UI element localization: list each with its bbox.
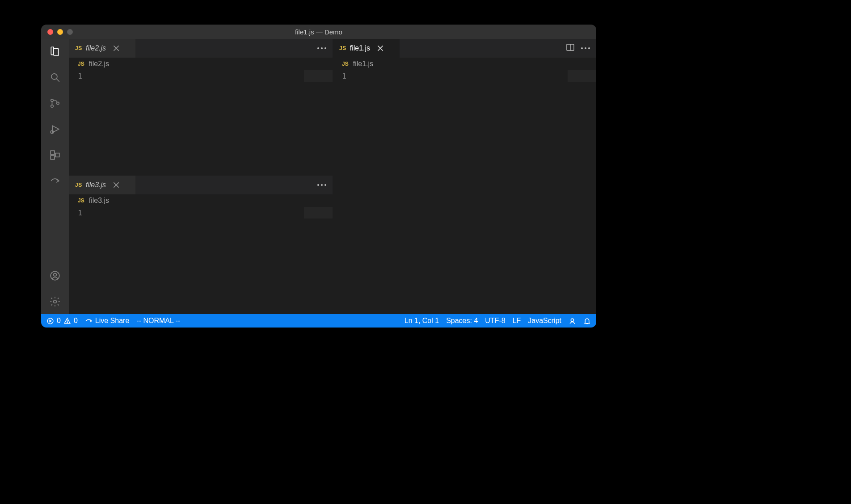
breadcrumb[interactable]: JS file3.js (69, 194, 333, 207)
code-editor[interactable]: 1 (333, 70, 596, 314)
status-feedback[interactable] (569, 317, 576, 325)
window-maximize-button[interactable] (67, 29, 73, 35)
workbench-body: JS file2.js JS file2.js (41, 39, 596, 314)
editor-group-top-left: JS file2.js JS file2.js (69, 39, 333, 175)
svg-point-12 (54, 300, 57, 303)
tab-file3[interactable]: JS file3.js (69, 176, 136, 194)
close-tab-icon[interactable] (112, 181, 120, 189)
tab-label: file3.js (86, 181, 106, 189)
svg-point-11 (54, 273, 57, 277)
editor-group-bottom-left: JS file3.js JS file3.js (69, 175, 333, 314)
line-number-gutter: 1 (69, 70, 90, 175)
run-debug-icon[interactable] (49, 123, 61, 135)
more-actions-icon[interactable] (317, 184, 326, 186)
status-vim-mode[interactable]: -- NORMAL -- (136, 317, 180, 325)
bell-icon (583, 317, 591, 325)
settings-gear-icon[interactable] (49, 295, 61, 308)
encoding-label: UTF-8 (485, 317, 505, 325)
vim-mode-label: -- NORMAL -- (136, 317, 180, 325)
breadcrumb-label: file1.js (353, 60, 373, 68)
tabs-row: JS file1.js (333, 39, 596, 58)
js-file-icon: JS (75, 45, 82, 51)
language-label: JavaScript (528, 317, 561, 325)
feedback-icon (569, 317, 576, 325)
cursor-position-label: Ln 1, Col 1 (404, 317, 439, 325)
live-share-icon (85, 317, 93, 325)
tabs-row: JS file3.js (69, 176, 333, 194)
error-count: 0 (57, 317, 61, 325)
line-number-gutter: 1 (333, 70, 354, 314)
editor-column-left: JS file2.js JS file2.js (69, 39, 333, 314)
editor-area: JS file2.js JS file2.js (69, 39, 596, 314)
split-editor-icon[interactable] (566, 43, 575, 54)
more-actions-icon[interactable] (581, 47, 590, 49)
search-icon[interactable] (49, 71, 61, 84)
source-control-icon[interactable] (49, 97, 61, 109)
js-file-icon: JS (78, 61, 84, 67)
tab-label: file1.js (350, 44, 370, 52)
code-editor[interactable]: 1 (69, 207, 333, 314)
close-tab-icon[interactable] (112, 44, 120, 52)
line-number-gutter: 1 (69, 207, 90, 314)
js-file-icon: JS (75, 182, 82, 188)
window-close-button[interactable] (47, 29, 53, 35)
line-number: 1 (333, 72, 346, 80)
status-eol[interactable]: LF (513, 317, 521, 325)
tabs-row: JS file2.js (69, 39, 333, 58)
svg-point-26 (571, 319, 573, 321)
tab-actions (560, 39, 596, 58)
editor-group-right: JS file1.js (333, 39, 596, 314)
explorer-icon[interactable] (49, 45, 61, 58)
svg-point-3 (51, 105, 53, 107)
svg-point-4 (57, 102, 59, 104)
status-cursor-position[interactable]: Ln 1, Col 1 (404, 317, 439, 325)
activity-bar (41, 39, 69, 314)
status-encoding[interactable]: UTF-8 (485, 317, 505, 325)
extensions-icon[interactable] (49, 149, 61, 161)
live-share-label: Live Share (95, 317, 130, 325)
svg-rect-8 (51, 155, 55, 160)
svg-point-25 (67, 322, 67, 323)
svg-rect-7 (51, 151, 55, 155)
code-editor[interactable]: 1 (69, 70, 333, 175)
tab-file2[interactable]: JS file2.js (69, 39, 136, 58)
minimap[interactable] (304, 70, 333, 82)
tab-label: file2.js (86, 44, 106, 52)
close-tab-icon[interactable] (376, 44, 384, 52)
svg-line-1 (56, 79, 59, 82)
svg-rect-9 (55, 153, 59, 157)
breadcrumb[interactable]: JS file1.js (333, 58, 596, 70)
status-bar: 0 0 Live Share -- NORMAL -- Ln 1, Col 1 … (41, 314, 596, 328)
eol-label: LF (513, 317, 521, 325)
tab-file1[interactable]: JS file1.js (333, 39, 400, 58)
status-indentation[interactable]: Spaces: 4 (446, 317, 478, 325)
line-number: 1 (69, 209, 82, 217)
line-number: 1 (69, 72, 82, 80)
breadcrumb[interactable]: JS file2.js (69, 58, 333, 70)
tab-actions (311, 39, 333, 58)
warning-count: 0 (74, 317, 78, 325)
breadcrumb-label: file3.js (89, 197, 109, 205)
live-share-icon[interactable] (49, 175, 61, 187)
window-minimize-button[interactable] (57, 29, 63, 35)
status-notifications[interactable] (583, 317, 591, 325)
app-window: file1.js — Demo (41, 25, 596, 328)
more-actions-icon[interactable] (317, 47, 326, 49)
minimap[interactable] (568, 70, 596, 82)
editor-column-right: JS file1.js (333, 39, 596, 314)
svg-point-2 (51, 99, 53, 101)
js-file-icon: JS (78, 197, 84, 204)
tab-actions (311, 176, 333, 194)
status-problems[interactable]: 0 0 (46, 317, 78, 325)
warning-icon (63, 317, 71, 325)
js-file-icon: JS (339, 45, 346, 51)
svg-point-0 (51, 74, 57, 80)
indentation-label: Spaces: 4 (446, 317, 478, 325)
titlebar: file1.js — Demo (41, 25, 596, 39)
minimap[interactable] (304, 207, 333, 218)
status-language[interactable]: JavaScript (528, 317, 561, 325)
status-live-share[interactable]: Live Share (85, 317, 130, 325)
window-title: file1.js — Demo (41, 28, 596, 36)
account-icon[interactable] (49, 269, 61, 282)
js-file-icon: JS (342, 61, 349, 67)
